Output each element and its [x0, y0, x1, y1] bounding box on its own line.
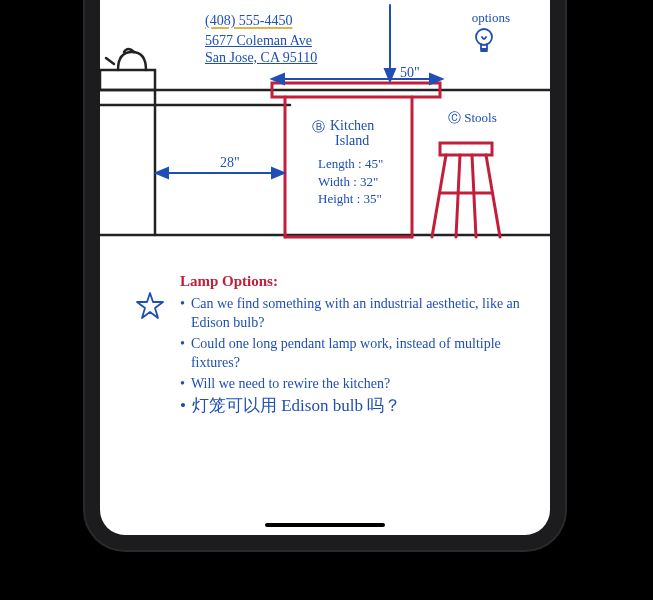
island-label-line1: Kitchen	[330, 118, 374, 133]
stools-marker: Ⓒ	[448, 110, 461, 125]
lamp-options-heading: Lamp Options:	[180, 273, 278, 290]
stools-text: Stools	[464, 110, 497, 125]
ipad-device-frame: (408) 555-4450 5677 Coleman Ave San Jose…	[85, 0, 565, 550]
lamp-options-list: • Can we find something with an industri…	[180, 295, 520, 420]
home-indicator[interactable]	[265, 523, 385, 527]
contact-address-line2[interactable]: San Jose, CA 95110	[205, 50, 317, 66]
island-width: Width : 32"	[318, 173, 383, 191]
note-canvas[interactable]: (408) 555-4450 5677 Coleman Ave San Jose…	[100, 0, 550, 535]
svg-line-11	[432, 155, 446, 237]
svg-line-13	[456, 155, 460, 237]
svg-marker-26	[137, 293, 163, 318]
svg-point-24	[476, 29, 492, 45]
list-item: • Will we need to rewire the kitchen?	[180, 375, 520, 394]
bullet-text: Can we find something with an industrial…	[191, 295, 520, 333]
svg-rect-10	[440, 143, 492, 155]
svg-marker-22	[156, 168, 168, 178]
island-label: Kitchen Island	[330, 118, 374, 149]
contact-phone[interactable]: (408) 555-4450	[205, 13, 293, 29]
star-icon	[135, 291, 165, 321]
island-marker: Ⓑ	[312, 118, 325, 136]
contact-address-line1[interactable]: 5677 Coleman Ave	[205, 33, 312, 49]
ipad-screen: (408) 555-4450 5677 Coleman Ave San Jose…	[100, 0, 550, 535]
island-label-line2: Island	[335, 133, 369, 148]
svg-marker-23	[272, 168, 284, 178]
lightbulb-icon	[473, 27, 495, 55]
dimension-gap: 28"	[220, 155, 240, 171]
dimension-top-width: 50"	[400, 65, 420, 81]
svg-line-12	[486, 155, 500, 237]
list-item: • Can we find something with an industri…	[180, 295, 520, 333]
island-length: Length : 45"	[318, 155, 383, 173]
bullet-text: Will we need to rewire the kitchen?	[191, 375, 390, 394]
list-item: • Could one long pendant lamp work, inst…	[180, 335, 520, 373]
svg-rect-4	[100, 70, 155, 90]
list-item: • 灯笼可以用 Edison bulb 吗？	[180, 395, 520, 418]
options-label: options	[472, 10, 510, 26]
stools-label: Ⓒ Stools	[448, 109, 497, 127]
bullet-text: Could one long pendant lamp work, instea…	[191, 335, 520, 373]
svg-line-5	[106, 58, 114, 64]
island-dimensions: Length : 45" Width : 32" Height : 35"	[318, 155, 383, 208]
svg-line-14	[472, 155, 476, 237]
island-height: Height : 35"	[318, 190, 383, 208]
bullet-text: 灯笼可以用 Edison bulb 吗？	[192, 395, 401, 418]
